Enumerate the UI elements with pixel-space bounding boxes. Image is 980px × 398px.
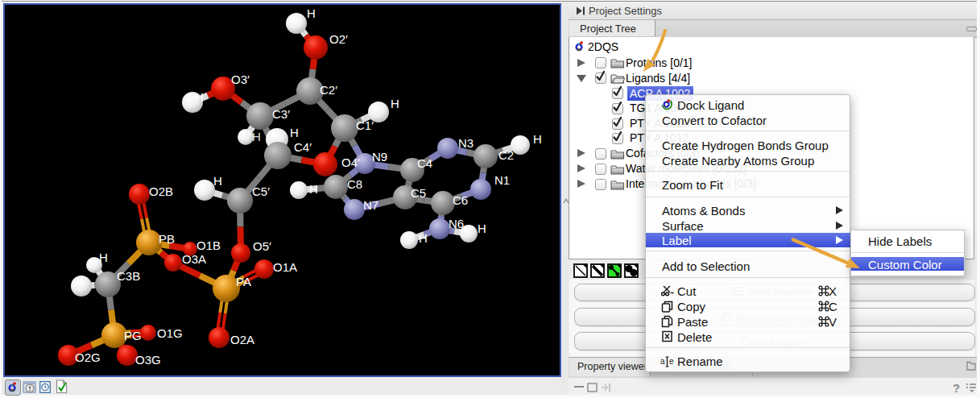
svg-text:O1A: O1A [273,260,297,274]
svg-text:O3G: O3G [135,353,161,367]
svg-text:O3′: O3′ [231,73,250,86]
svg-text:O4′: O4′ [341,155,360,169]
svg-text:H: H [252,130,261,143]
svg-text:O2B: O2B [149,184,173,198]
svg-text:a: a [660,357,665,366]
svg-text:H: H [419,231,428,245]
svg-text:O5′: O5′ [253,239,271,253]
svg-text:N6: N6 [449,217,464,230]
svg-text:C3′: C3′ [272,107,290,121]
svg-text:C6: C6 [453,193,468,207]
svg-text:N7: N7 [363,198,378,212]
svg-text:C1′: C1′ [356,118,374,132]
svg-text:H: H [213,174,222,188]
svg-text:N3: N3 [458,136,473,150]
svg-text:O2′: O2′ [329,32,348,46]
svg-text:O3A: O3A [182,252,206,266]
svg-text:e: e [669,357,674,366]
svg-text:C4: C4 [417,156,432,170]
svg-text:N1: N1 [494,173,510,187]
svg-text:C8: C8 [347,177,362,191]
svg-text:C5: C5 [411,186,426,200]
svg-text:H: H [99,251,108,264]
svg-text:H: H [290,126,299,139]
svg-text:H: H [309,182,318,196]
svg-text:H: H [75,274,84,288]
svg-text:H: H [307,6,316,20]
svg-text:C2′: C2′ [320,83,337,97]
svg-text:N9: N9 [372,150,387,164]
svg-text:O2G: O2G [75,350,101,364]
svg-text:PB: PB [159,232,175,246]
svg-text:PA: PA [236,275,251,288]
svg-text:H: H [478,222,486,235]
svg-text:H: H [533,132,542,146]
svg-text:H: H [195,90,204,104]
svg-text:C2: C2 [498,148,514,162]
svg-text:C5′: C5′ [252,184,270,198]
svg-text:C3B: C3B [117,269,140,283]
svg-text:C4′: C4′ [294,140,312,154]
svg-text:O2A: O2A [230,333,254,346]
svg-text:PG: PG [124,329,142,342]
svg-text:O1B: O1B [196,238,221,252]
svg-text:H: H [391,97,399,110]
svg-text:O1G: O1G [157,326,183,340]
